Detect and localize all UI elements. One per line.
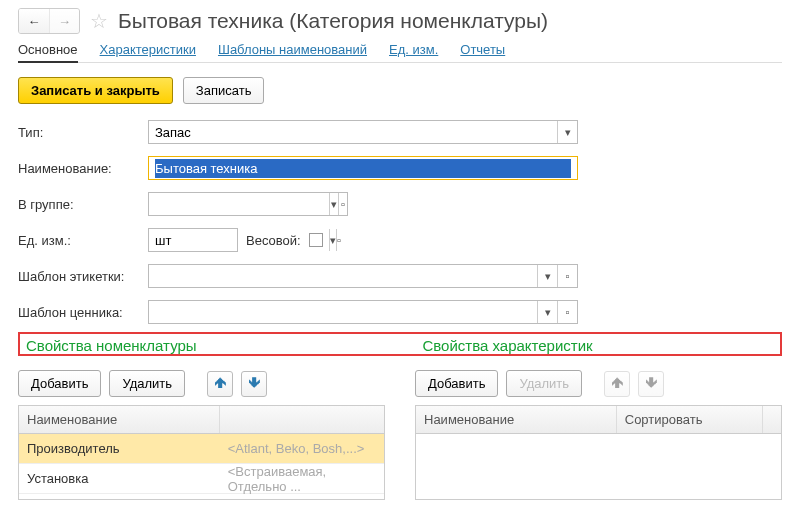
- arrow-right-icon: →: [58, 14, 71, 29]
- cell-name: Производитель: [19, 441, 220, 456]
- dropdown-icon[interactable]: ▾: [537, 301, 557, 323]
- price-template-input[interactable]: [149, 301, 537, 323]
- unit-field[interactable]: ▾ ▫: [148, 228, 238, 252]
- group-input[interactable]: [149, 193, 329, 215]
- dropdown-icon[interactable]: ▾: [537, 265, 557, 287]
- label-template-input[interactable]: [149, 265, 537, 287]
- nav-forward-button[interactable]: →: [49, 9, 79, 33]
- tab-name-templates[interactable]: Шаблоны наименований: [218, 42, 367, 61]
- open-icon[interactable]: ▫: [557, 265, 577, 287]
- type-input[interactable]: [149, 121, 557, 143]
- tab-reports[interactable]: Отчеты: [460, 42, 505, 61]
- move-up-button-right[interactable]: 🡹: [604, 371, 630, 397]
- price-template-label: Шаблон ценника:: [18, 305, 148, 320]
- name-input[interactable]: Бытовая техника: [155, 159, 571, 178]
- save-and-close-button[interactable]: Записать и закрыть: [18, 77, 173, 104]
- arrow-down-icon: 🡻: [645, 376, 658, 391]
- delete-button-right[interactable]: Удалить: [506, 370, 582, 397]
- move-up-button-left[interactable]: 🡹: [207, 371, 233, 397]
- weight-checkbox[interactable]: [309, 233, 323, 247]
- props-right-grid[interactable]: Наименование Сортировать: [415, 405, 782, 500]
- arrow-up-icon: 🡹: [611, 376, 624, 391]
- delete-button-left[interactable]: Удалить: [109, 370, 185, 397]
- cell-name: Установка: [19, 471, 220, 486]
- tab-bar: Основное Характеристики Шаблоны наименов…: [18, 42, 782, 63]
- dropdown-icon[interactable]: ▾: [329, 229, 336, 251]
- table-row[interactable]: Установка <Встраиваемая, Отдельно ...: [19, 464, 384, 494]
- open-icon[interactable]: ▫: [557, 301, 577, 323]
- name-label: Наименование:: [18, 161, 148, 176]
- arrow-left-icon: ←: [28, 14, 41, 29]
- add-button-left[interactable]: Добавить: [18, 370, 101, 397]
- label-template-label: Шаблон этикетки:: [18, 269, 148, 284]
- tab-units[interactable]: Ед. изм.: [389, 42, 438, 61]
- unit-input[interactable]: [149, 229, 329, 251]
- favorite-star-icon[interactable]: ☆: [90, 9, 108, 33]
- arrow-down-icon: 🡻: [248, 376, 261, 391]
- tab-main[interactable]: Основное: [18, 42, 78, 63]
- props-left-title: Свойства номенклатуры: [26, 337, 422, 354]
- move-down-button-right[interactable]: 🡻: [638, 371, 664, 397]
- save-button[interactable]: Записать: [183, 77, 265, 104]
- name-field[interactable]: Бытовая техника: [148, 156, 578, 180]
- props-right-title: Свойства характеристик: [422, 337, 774, 354]
- arrow-up-icon: 🡹: [214, 376, 227, 391]
- label-template-field[interactable]: ▾ ▫: [148, 264, 578, 288]
- cell-hint: <Atlant, Beko, Bosh,...>: [220, 441, 384, 456]
- dropdown-icon[interactable]: ▾: [329, 193, 338, 215]
- col-header-name-left[interactable]: Наименование: [19, 406, 220, 433]
- dropdown-icon[interactable]: ▾: [557, 121, 577, 143]
- nav-back-button[interactable]: ←: [19, 9, 49, 33]
- add-button-right[interactable]: Добавить: [415, 370, 498, 397]
- open-icon[interactable]: ▫: [338, 193, 347, 215]
- col-header-name-right[interactable]: Наименование: [416, 406, 617, 433]
- move-down-button-left[interactable]: 🡻: [241, 371, 267, 397]
- type-label: Тип:: [18, 125, 148, 140]
- weight-label: Весовой:: [246, 233, 301, 248]
- props-left-grid[interactable]: Наименование Производитель <Atlant, Beko…: [18, 405, 385, 500]
- cell-hint: <Встраиваемая, Отдельно ...: [220, 464, 384, 494]
- table-row[interactable]: Производитель <Atlant, Beko, Bosh,...>: [19, 434, 384, 464]
- price-template-field[interactable]: ▾ ▫: [148, 300, 578, 324]
- group-field[interactable]: ▾ ▫: [148, 192, 348, 216]
- page-title: Бытовая техника (Категория номенклатуры): [118, 9, 548, 33]
- open-icon[interactable]: ▫: [336, 229, 341, 251]
- col-header-sort-right[interactable]: Сортировать: [617, 406, 763, 433]
- tab-characteristics[interactable]: Характеристики: [100, 42, 196, 61]
- unit-label: Ед. изм.:: [18, 233, 148, 248]
- type-select[interactable]: ▾: [148, 120, 578, 144]
- group-label: В группе:: [18, 197, 148, 212]
